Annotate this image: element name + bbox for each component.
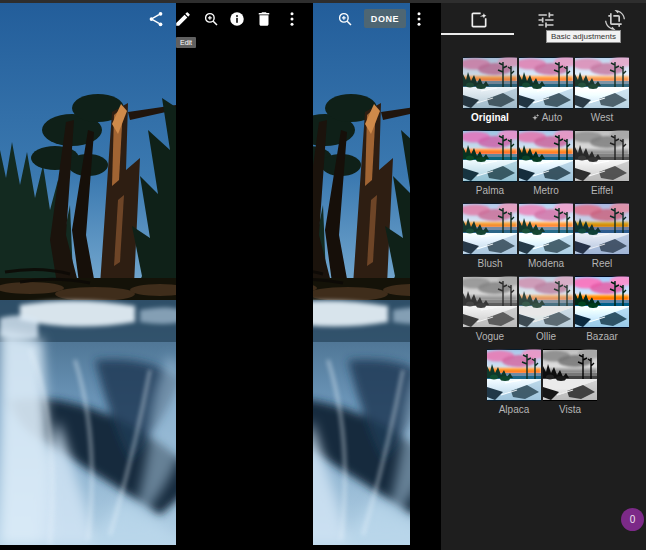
- filter-thumbnail: [519, 203, 573, 255]
- auto-sparkle-icon: [530, 113, 540, 123]
- share-icon[interactable]: [147, 10, 165, 28]
- filter-thumbnail: [575, 276, 629, 328]
- filter-label: Metro: [519, 185, 573, 196]
- filter-label: Bazaar: [575, 331, 629, 342]
- filter-thumbnail: [487, 349, 541, 401]
- filter-label: Vista: [543, 404, 597, 415]
- filter-option-eiffel[interactable]: Eiffel: [575, 130, 629, 196]
- edits-count-badge[interactable]: 0: [621, 508, 644, 531]
- tab-filters[interactable]: [469, 10, 489, 30]
- zoom-in-icon[interactable]: [202, 10, 220, 28]
- edit-tooltip: Edit: [176, 37, 196, 48]
- waterfall-photo: [0, 0, 176, 545]
- tab-basic-adjustments[interactable]: [536, 10, 556, 30]
- filter-label: Reel: [575, 258, 629, 269]
- filter-label: West: [575, 112, 629, 123]
- waterfall-photo: [313, 0, 410, 545]
- filter-option-blush[interactable]: Blush: [463, 203, 517, 269]
- info-icon[interactable]: [228, 10, 246, 28]
- editor-letterbox: [410, 0, 441, 550]
- filter-thumbnail: [463, 57, 517, 109]
- filter-thumbnail: [519, 130, 573, 182]
- filter-thumbnail: [575, 130, 629, 182]
- filter-thumbnail: [575, 57, 629, 109]
- filter-thumbnail: [463, 276, 517, 328]
- filter-option-original[interactable]: Original: [463, 57, 517, 123]
- more-options-icon[interactable]: [283, 10, 301, 28]
- filter-option-bazaar[interactable]: Bazaar: [575, 276, 629, 342]
- filter-option-ollie[interactable]: Ollie: [519, 276, 573, 342]
- filter-label: Auto: [519, 112, 573, 123]
- filter-option-alpaca[interactable]: Alpaca: [487, 349, 541, 415]
- filter-label: Palma: [463, 185, 517, 196]
- window-top-edge: [0, 0, 646, 3]
- filters-panel: Basic adjustments Original Auto West Pal…: [441, 0, 646, 550]
- filter-option-reel[interactable]: Reel: [575, 203, 629, 269]
- filter-label: Blush: [463, 258, 517, 269]
- filter-thumbnail: [519, 57, 573, 109]
- filter-thumbnail: [543, 349, 597, 401]
- photo-viewer-canvas[interactable]: [0, 0, 176, 545]
- viewer-letterbox: [176, 0, 313, 550]
- more-options-icon[interactable]: [410, 10, 428, 28]
- selected-tab-indicator: [441, 33, 514, 35]
- filter-label: Original: [463, 112, 517, 123]
- filter-thumbnail: [463, 203, 517, 255]
- filter-option-modena[interactable]: Modena: [519, 203, 573, 269]
- bottom-letterbox: [0, 545, 441, 550]
- tab-crop-rotate[interactable]: [605, 10, 625, 30]
- editor-photo-canvas[interactable]: [313, 0, 410, 545]
- filter-label: Eiffel: [575, 185, 629, 196]
- filter-label: Ollie: [519, 331, 573, 342]
- filter-thumbnail: [575, 203, 629, 255]
- filter-label: Alpaca: [487, 404, 541, 415]
- zoom-in-icon[interactable]: [336, 10, 354, 28]
- filter-option-auto[interactable]: Auto: [519, 57, 573, 123]
- filter-option-metro[interactable]: Metro: [519, 130, 573, 196]
- filter-option-west[interactable]: West: [575, 57, 629, 123]
- edit-icon[interactable]: [174, 10, 192, 28]
- basic-adjustments-tooltip: Basic adjustments: [546, 30, 621, 43]
- filter-option-vista[interactable]: Vista: [543, 349, 597, 415]
- filter-label: Modena: [519, 258, 573, 269]
- filter-option-vogue[interactable]: Vogue: [463, 276, 517, 342]
- photo-editor-screen: Edit DONE Basic adjustments Original: [0, 0, 646, 550]
- filter-option-palma[interactable]: Palma: [463, 130, 517, 196]
- filter-thumbnail: [463, 130, 517, 182]
- filter-label: Vogue: [463, 331, 517, 342]
- done-button[interactable]: DONE: [364, 9, 406, 28]
- filter-thumbnail: [519, 276, 573, 328]
- delete-icon[interactable]: [255, 10, 273, 28]
